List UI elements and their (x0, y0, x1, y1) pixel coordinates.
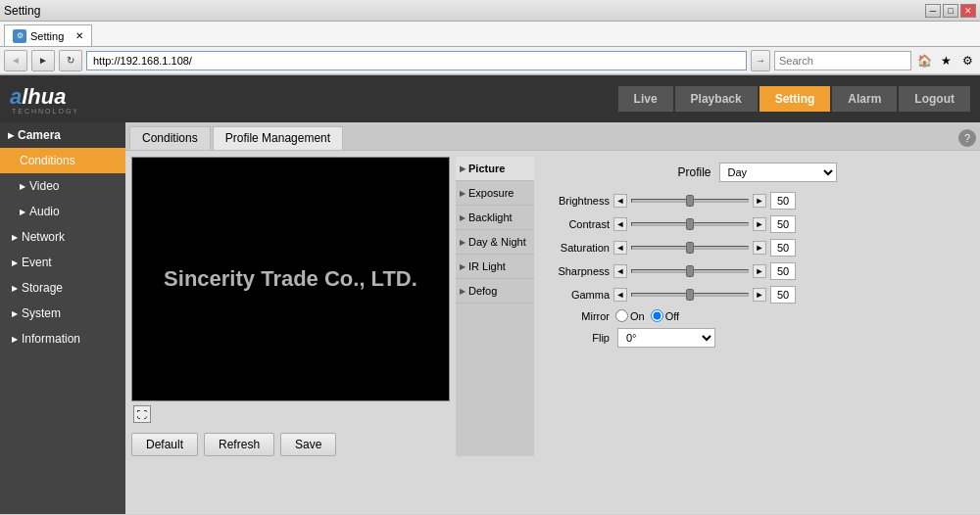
saturation-label: Saturation (546, 242, 610, 254)
search-input[interactable] (774, 51, 911, 70)
close-button[interactable]: ✕ (960, 4, 976, 18)
contrast-decrease[interactable]: ◄ (613, 217, 627, 231)
watermark-text: Sincerity Trade Co., LTD. (132, 158, 449, 400)
content-tabs: Conditions Profile Management ? (125, 122, 980, 151)
sub-menu-exposure[interactable]: ▶ Exposure (456, 181, 534, 206)
nav-playback[interactable]: Playback (675, 86, 758, 112)
sub-menu-defog[interactable]: ▶ Defog (456, 279, 534, 304)
sidebar-item-information[interactable]: ▶ Information (0, 326, 125, 351)
forward-button[interactable]: ► (31, 50, 55, 71)
home-icon[interactable]: 🏠 (915, 52, 933, 70)
gamma-value: 50 (770, 286, 796, 304)
sidebar-item-conditions[interactable]: Conditions (0, 148, 125, 173)
contrast-label: Contrast (546, 218, 610, 230)
app-header: alhua TECHNOLOGY Live Playback Setting A… (0, 75, 980, 122)
sharpness-value: 50 (770, 262, 796, 280)
nav-logout[interactable]: Logout (899, 86, 970, 112)
address-input[interactable] (86, 51, 747, 70)
saturation-decrease[interactable]: ◄ (613, 241, 627, 255)
video-display: Sincerity Trade Co., LTD. (131, 157, 450, 401)
main-nav: Live Playback Setting Alarm Logout (618, 86, 970, 112)
mirror-row: Mirror On Off (546, 309, 968, 322)
profile-row: Profile Day Night Normal (546, 163, 968, 182)
mirror-off-option[interactable]: Off (651, 309, 679, 322)
logo-subtext: TECHNOLOGY (10, 108, 79, 115)
gamma-decrease[interactable]: ◄ (613, 288, 627, 302)
sidebar-item-storage[interactable]: ▶ Storage (0, 275, 125, 301)
sidebar-item-event[interactable]: ▶ Event (0, 250, 125, 275)
tab-profile-management[interactable]: Profile Management (213, 126, 343, 150)
tab-close-icon[interactable]: ✕ (75, 30, 83, 41)
saturation-value: 50 (770, 239, 796, 257)
nav-alarm[interactable]: Alarm (832, 86, 897, 112)
sub-menu-ir-light[interactable]: ▶ IR Light (456, 255, 534, 279)
back-button[interactable]: ◄ (4, 50, 27, 71)
brightness-decrease[interactable]: ◄ (613, 194, 627, 208)
sharpness-slider[interactable] (631, 269, 749, 273)
sidebar: ▶ Camera Conditions ▶ Video ▶ Audio ▶ Ne… (0, 122, 125, 514)
logo-text: alhua (10, 84, 79, 110)
sub-menu-day-night[interactable]: ▶ Day & Night (456, 230, 534, 255)
window-controls: ─ □ ✕ (925, 4, 976, 18)
saturation-increase[interactable]: ► (753, 241, 766, 255)
sidebar-item-system[interactable]: ▶ System (0, 301, 125, 326)
action-buttons: Default Refresh Save (131, 433, 450, 456)
help-button[interactable]: ? (958, 129, 976, 147)
app-logo: alhua TECHNOLOGY (10, 84, 79, 115)
mirror-on-label: On (630, 310, 645, 322)
contrast-value: 50 (770, 215, 796, 233)
tab-conditions[interactable]: Conditions (129, 126, 211, 150)
sidebar-item-audio[interactable]: ▶ Audio (0, 199, 125, 224)
sharpness-increase[interactable]: ► (753, 264, 766, 278)
refresh-button[interactable]: ↻ (59, 50, 82, 71)
tab-bar: ⚙ Setting ✕ (0, 22, 980, 47)
flip-select[interactable]: 0° 90° 180° 270° (617, 328, 715, 348)
sidebar-item-network[interactable]: ▶ Network (0, 224, 125, 250)
browser-tab[interactable]: ⚙ Setting ✕ (4, 24, 92, 46)
mirror-on-radio[interactable] (615, 309, 628, 322)
brightness-row: Brightness ◄ ► 50 (546, 192, 968, 210)
sidebar-item-video[interactable]: ▶ Video (0, 173, 125, 199)
settings-right-panel: Profile Day Night Normal Brightness ◄ ► (540, 157, 974, 456)
mirror-off-radio[interactable] (651, 309, 663, 322)
gamma-increase[interactable]: ► (753, 288, 766, 302)
flip-row: Flip 0° 90° 180° 270° (546, 328, 968, 348)
go-button[interactable]: → (751, 50, 770, 71)
window-title: Setting (4, 4, 40, 18)
mirror-off-label: Off (665, 310, 679, 322)
brightness-value: 50 (770, 192, 796, 210)
content-body: Sincerity Trade Co., LTD. ⛶ Default Refr… (125, 151, 980, 462)
minimize-button[interactable]: ─ (925, 4, 941, 18)
tab-favicon: ⚙ (13, 29, 26, 43)
flip-label: Flip (546, 332, 610, 344)
contrast-increase[interactable]: ► (753, 217, 766, 231)
profile-label: Profile (677, 165, 710, 179)
save-button[interactable]: Save (280, 433, 336, 456)
refresh-button[interactable]: Refresh (204, 433, 274, 456)
saturation-slider[interactable] (631, 246, 749, 250)
sub-menu-picture[interactable]: ▶ Picture (456, 157, 534, 181)
fullscreen-button[interactable]: ⛶ (133, 405, 151, 423)
sharpness-decrease[interactable]: ◄ (613, 264, 627, 278)
sharpness-label: Sharpness (546, 265, 610, 277)
gamma-row: Gamma ◄ ► 50 (546, 286, 968, 304)
nav-setting[interactable]: Setting (760, 86, 831, 112)
sub-menu-backlight[interactable]: ▶ Backlight (456, 206, 534, 230)
sidebar-camera-header[interactable]: ▶ Camera (0, 122, 125, 148)
profile-select[interactable]: Day Night Normal (719, 163, 837, 182)
star-icon[interactable]: ★ (937, 52, 955, 70)
default-button[interactable]: Default (131, 433, 198, 456)
nav-live[interactable]: Live (618, 86, 673, 112)
gamma-slider[interactable] (631, 293, 749, 297)
contrast-row: Contrast ◄ ► 50 (546, 215, 968, 233)
video-controls: ⛶ (131, 401, 450, 427)
settings-icon[interactable]: ⚙ (958, 52, 976, 70)
mirror-on-option[interactable]: On (615, 309, 645, 322)
contrast-slider[interactable] (631, 222, 749, 226)
maximize-button[interactable]: □ (943, 4, 958, 18)
video-panel: Sincerity Trade Co., LTD. ⛶ Default Refr… (131, 157, 450, 456)
brightness-slider[interactable] (631, 199, 749, 203)
mirror-label: Mirror (546, 310, 610, 322)
brightness-increase[interactable]: ► (753, 194, 766, 208)
content-area: Conditions Profile Management ? Sincerit… (125, 122, 980, 514)
